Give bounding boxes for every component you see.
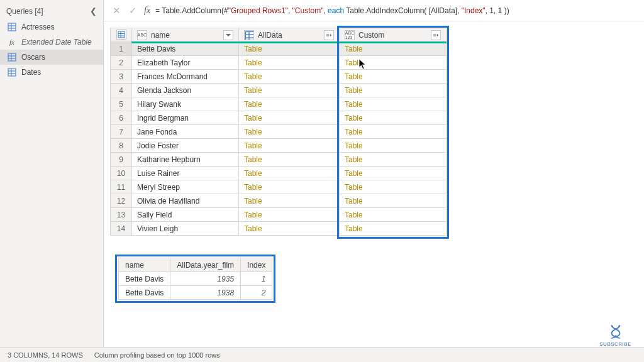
cell-name[interactable]: Sally Field xyxy=(132,208,239,222)
row-number[interactable]: 14 xyxy=(111,222,132,236)
column-header-custom[interactable]: ABC123Custom xyxy=(340,28,447,42)
table-row[interactable]: 3Frances McDormandTableTable xyxy=(111,70,447,84)
cell-custom[interactable]: Table xyxy=(340,84,447,97)
cell-alldata[interactable]: Table xyxy=(239,222,340,236)
cell-custom[interactable]: Table xyxy=(340,222,447,236)
cell-alldata[interactable]: Table xyxy=(239,42,340,56)
cell-custom[interactable]: Table xyxy=(340,97,447,111)
cell-custom[interactable]: Table xyxy=(340,194,447,208)
cell-custom[interactable]: Table xyxy=(340,139,447,153)
cell-name[interactable]: Olivia de Havilland xyxy=(132,194,239,208)
cell-custom[interactable]: Table xyxy=(340,111,447,125)
table-row[interactable]: 5Hilary SwankTableTable xyxy=(111,97,447,111)
row-number[interactable]: 4 xyxy=(111,84,132,97)
cell-custom[interactable]: Table xyxy=(340,70,447,84)
cell-name[interactable]: Frances McDormand xyxy=(132,70,239,84)
row-number[interactable]: 13 xyxy=(111,208,132,222)
cell-alldata[interactable]: Table xyxy=(239,97,340,111)
row-number[interactable]: 9 xyxy=(111,153,132,167)
preview-cell: 1938 xyxy=(170,286,241,300)
cell-custom[interactable]: Table xyxy=(340,180,447,194)
row-number[interactable]: 6 xyxy=(111,111,132,125)
cell-alldata[interactable]: Table xyxy=(239,208,340,222)
cell-custom[interactable]: Table xyxy=(340,56,447,70)
cell-name[interactable]: Ingrid Bergman xyxy=(132,111,239,125)
cell-alldata[interactable]: Table xyxy=(239,125,340,139)
formula-input[interactable]: = Table.AddColumn(#"Grouped Rows1", "Cus… xyxy=(155,6,638,15)
row-number[interactable]: 10 xyxy=(111,167,132,180)
collapse-sidebar-icon[interactable]: ❮ xyxy=(90,6,97,16)
table-row[interactable]: 14Vivien LeighTableTable xyxy=(111,222,447,236)
type-any-icon[interactable]: ABC123 xyxy=(345,30,355,40)
table-row[interactable]: 2Elizabeth TaylorTableTable xyxy=(111,56,447,70)
cell-name[interactable]: Elizabeth Taylor xyxy=(132,56,239,70)
cell-alldata[interactable]: Table xyxy=(239,167,340,180)
row-number[interactable]: 5 xyxy=(111,97,132,111)
subscribe-badge[interactable]: SUBSCRIBE xyxy=(599,324,631,347)
commit-formula-icon[interactable]: ✓ xyxy=(126,5,139,16)
cell-alldata[interactable]: Table xyxy=(239,84,340,97)
column-header-alldata[interactable]: AllData xyxy=(239,28,340,42)
table-row[interactable]: 8Jodie FosterTableTable xyxy=(111,139,447,153)
table-row[interactable]: 6Ingrid BergmanTableTable xyxy=(111,111,447,125)
type-table-icon[interactable] xyxy=(244,30,254,40)
preview-column-header[interactable]: name xyxy=(119,258,170,272)
table-row[interactable]: 4Glenda JacksonTableTable xyxy=(111,84,447,97)
cell-alldata[interactable]: Table xyxy=(239,194,340,208)
cell-custom[interactable]: Table xyxy=(340,42,447,56)
cell-name[interactable]: Jane Fonda xyxy=(132,125,239,139)
row-number[interactable]: 12 xyxy=(111,194,132,208)
table-row[interactable]: 7Jane FondaTableTable xyxy=(111,125,447,139)
table-row[interactable]: 9Katharine HepburnTableTable xyxy=(111,153,447,167)
table-row[interactable]: 12Olivia de HavillandTableTable xyxy=(111,194,447,208)
cell-name[interactable]: Jodie Foster xyxy=(132,139,239,153)
cell-custom[interactable]: Table xyxy=(340,153,447,167)
cell-name[interactable]: Meryl Streep xyxy=(132,180,239,194)
row-number[interactable]: 11 xyxy=(111,180,132,194)
row-number[interactable]: 1 xyxy=(111,42,132,56)
row-number[interactable]: 8 xyxy=(111,139,132,153)
table-row[interactable]: 13Sally FieldTableTable xyxy=(111,208,447,222)
type-text-icon[interactable]: ABC xyxy=(137,30,147,40)
row-number[interactable]: 7 xyxy=(111,125,132,139)
filter-icon[interactable] xyxy=(223,30,233,40)
table-row[interactable]: 1Bette DavisTableTable xyxy=(111,42,447,56)
queries-sidebar: Queries [4] ❮ ActressesfxExtended Date T… xyxy=(0,0,104,347)
svg-point-23 xyxy=(614,335,616,337)
query-item[interactable]: Oscars xyxy=(0,50,103,65)
cell-alldata[interactable]: Table xyxy=(239,70,340,84)
cell-name[interactable]: Bette Davis xyxy=(132,42,239,56)
row-number[interactable]: 2 xyxy=(111,56,132,70)
table-icon xyxy=(8,68,16,77)
query-item[interactable]: fxExtended Date Table xyxy=(0,35,103,50)
cell-alldata[interactable]: Table xyxy=(239,153,340,167)
preview-column-header[interactable]: Index xyxy=(241,258,272,272)
table-corner[interactable] xyxy=(111,28,132,42)
cell-alldata[interactable]: Table xyxy=(239,139,340,153)
cell-custom[interactable]: Table xyxy=(340,125,447,139)
cell-name[interactable]: Vivien Leigh xyxy=(132,222,239,236)
preview-cell: 1935 xyxy=(170,272,241,286)
preview-column-header[interactable]: AllData.year_film xyxy=(170,258,241,272)
cell-name[interactable]: Katharine Hepburn xyxy=(132,153,239,167)
table-row[interactable]: 10Luise RainerTableTable xyxy=(111,167,447,180)
expand-icon[interactable] xyxy=(324,30,334,40)
cell-name[interactable]: Luise Rainer xyxy=(132,167,239,180)
cancel-formula-icon[interactable]: ✕ xyxy=(110,5,123,16)
cell-alldata[interactable]: Table xyxy=(239,111,340,125)
cell-name[interactable]: Hilary Swank xyxy=(132,97,239,111)
query-item[interactable]: Actresses xyxy=(0,19,103,35)
data-grid[interactable]: ABCnameAllDataABC123Custom 1Bette DavisT… xyxy=(110,28,447,236)
column-header-name[interactable]: ABCname xyxy=(132,28,239,42)
preview-row[interactable]: Bette Davis19351 xyxy=(119,272,272,286)
preview-row[interactable]: Bette Davis19382 xyxy=(119,286,272,300)
cell-name[interactable]: Glenda Jackson xyxy=(132,84,239,97)
cell-alldata[interactable]: Table xyxy=(239,180,340,194)
cell-alldata[interactable]: Table xyxy=(239,56,340,70)
table-row[interactable]: 11Meryl StreepTableTable xyxy=(111,180,447,194)
query-item[interactable]: Dates xyxy=(0,65,103,80)
row-number[interactable]: 3 xyxy=(111,70,132,84)
expand-icon[interactable] xyxy=(431,30,441,40)
cell-custom[interactable]: Table xyxy=(340,208,447,222)
cell-custom[interactable]: Table xyxy=(340,167,447,180)
